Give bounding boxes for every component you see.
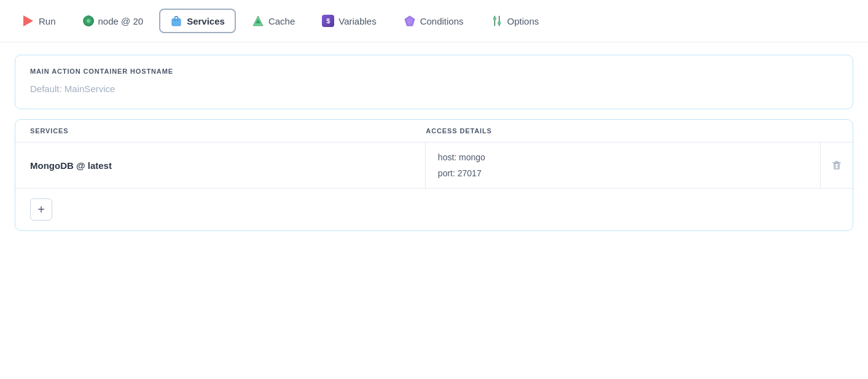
nav-item-options[interactable]: Options	[480, 9, 550, 33]
services-card: SERVICES ACCESS DETAILS MongoDB @ latest…	[15, 119, 853, 231]
services-icon	[170, 15, 182, 27]
conditions-icon	[404, 15, 416, 27]
node-icon	[83, 15, 94, 26]
options-icon	[491, 15, 503, 27]
svg-point-3	[174, 20, 176, 21]
nav-item-conditions[interactable]: Conditions	[393, 9, 475, 33]
top-navigation: Run node @ 20 Services	[0, 0, 868, 42]
cache-icon	[252, 15, 264, 27]
svg-rect-15	[834, 163, 839, 169]
services-footer: +	[15, 189, 853, 230]
hostname-card: MAIN ACTION CONTAINER HOSTNAME Default: …	[15, 55, 853, 109]
col-header-services: SERVICES	[30, 127, 426, 135]
trash-icon	[831, 160, 842, 171]
nav-item-variables[interactable]: $ Variables	[311, 9, 387, 33]
service-delete-cell	[821, 143, 853, 188]
col-header-access: ACCESS DETAILS	[426, 127, 838, 135]
table-row: MongoDB @ latest host: mongo port: 27017	[15, 143, 853, 189]
nav-item-cache[interactable]: Cache	[241, 9, 306, 33]
add-icon: +	[37, 203, 45, 217]
hostname-placeholder: Default: MainService	[30, 84, 838, 94]
nav-item-services[interactable]: Services	[159, 9, 236, 33]
nav-label-cache: Cache	[268, 16, 295, 26]
variables-icon: $	[322, 15, 334, 27]
svg-point-1	[87, 19, 90, 23]
nav-item-run[interactable]: Run	[12, 9, 67, 33]
nav-label-variables: Variables	[338, 16, 376, 26]
access-host: host: mongo	[438, 152, 808, 162]
main-content: MAIN ACTION CONTAINER HOSTNAME Default: …	[0, 42, 868, 243]
nav-label-services: Services	[187, 16, 225, 26]
nav-label-run: Run	[39, 16, 56, 26]
svg-point-4	[178, 20, 179, 21]
access-port: port: 27017	[438, 168, 808, 178]
nav-label-options: Options	[507, 16, 539, 26]
nav-label-node: node @ 20	[98, 16, 144, 26]
hostname-label: MAIN ACTION CONTAINER HOSTNAME	[30, 68, 838, 75]
delete-service-button[interactable]	[827, 156, 846, 174]
svg-rect-2	[172, 18, 181, 26]
nav-label-conditions: Conditions	[420, 16, 464, 26]
services-table-header: SERVICES ACCESS DETAILS	[15, 120, 853, 143]
nav-item-node[interactable]: node @ 20	[72, 9, 155, 33]
add-service-button[interactable]: +	[30, 198, 52, 221]
svg-point-9	[493, 17, 496, 20]
svg-point-12	[498, 21, 501, 25]
service-name: MongoDB @ latest	[15, 143, 426, 188]
service-access-details: host: mongo port: 27017	[426, 143, 821, 188]
run-icon	[23, 15, 34, 26]
